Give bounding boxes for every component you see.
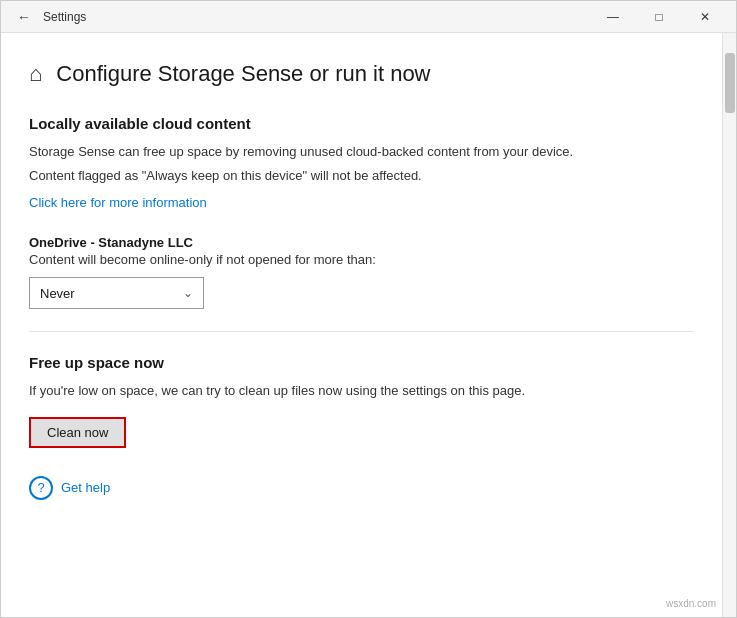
onedrive-section: OneDrive - Stanadyne LLC Content will be… [29, 235, 694, 309]
help-section: ? Get help [29, 476, 694, 500]
back-button[interactable]: ← [13, 7, 35, 27]
title-bar-left: ← Settings [13, 7, 86, 27]
clean-now-button[interactable]: Clean now [29, 417, 126, 448]
free-up-description: If you're low on space, we can try to cl… [29, 381, 694, 401]
settings-window: ← Settings — □ ✕ ⌂ Configure Storage Sen… [0, 0, 737, 618]
title-bar-controls: — □ ✕ [590, 1, 728, 33]
scrollbar-thumb[interactable] [725, 53, 735, 113]
watermark: wsxdn.com [666, 598, 716, 609]
main-content: ⌂ Configure Storage Sense or run it now … [1, 33, 722, 617]
maximize-button[interactable]: □ [636, 1, 682, 33]
page-title: Configure Storage Sense or run it now [56, 61, 430, 87]
content-area: ⌂ Configure Storage Sense or run it now … [1, 33, 736, 617]
more-info-link[interactable]: Click here for more information [29, 195, 207, 210]
minimize-button[interactable]: — [590, 1, 636, 33]
free-up-section: Free up space now If you're low on space… [29, 354, 694, 448]
cloud-section: Locally available cloud content Storage … [29, 115, 694, 211]
get-help-link[interactable]: Get help [61, 480, 110, 495]
help-icon: ? [29, 476, 53, 500]
dropdown-value: Never [40, 286, 75, 301]
cloud-section-line2: Content flagged as "Always keep on this … [29, 166, 694, 186]
onedrive-label: OneDrive - Stanadyne LLC [29, 235, 694, 250]
section-divider [29, 331, 694, 332]
free-up-heading: Free up space now [29, 354, 694, 371]
close-button[interactable]: ✕ [682, 1, 728, 33]
cloud-section-heading: Locally available cloud content [29, 115, 694, 132]
cloud-section-line1: Storage Sense can free up space by remov… [29, 142, 694, 162]
chevron-down-icon: ⌄ [183, 286, 193, 300]
onedrive-sublabel: Content will become online-only if not o… [29, 252, 694, 267]
home-icon: ⌂ [29, 61, 42, 87]
onedrive-dropdown[interactable]: Never ⌄ [29, 277, 204, 309]
page-header: ⌂ Configure Storage Sense or run it now [29, 61, 694, 87]
scrollbar-track[interactable] [722, 33, 736, 617]
title-bar: ← Settings — □ ✕ [1, 1, 736, 33]
title-bar-title: Settings [43, 10, 86, 24]
